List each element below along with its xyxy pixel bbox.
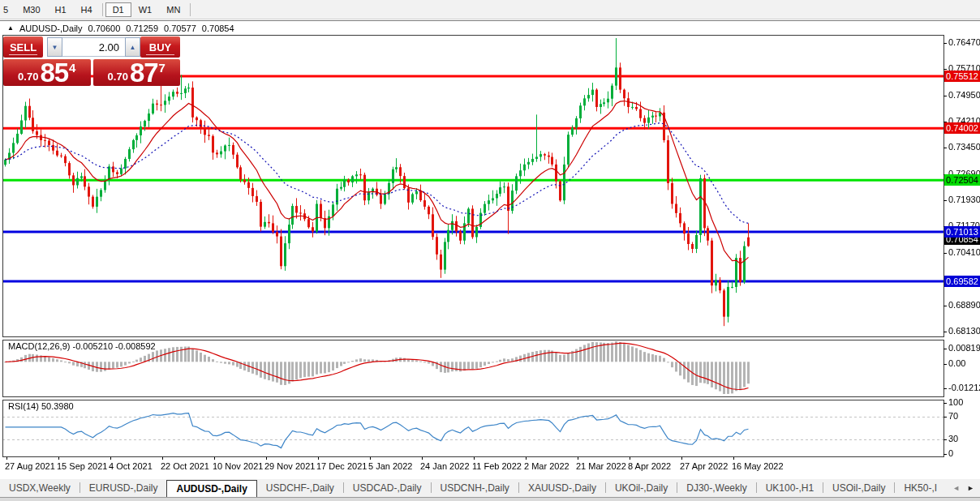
indicator-tick-label: 70 <box>948 411 958 421</box>
volume-decrease-icon[interactable]: ▼ <box>47 37 62 57</box>
price-level-badge: 0.69582 <box>944 276 980 287</box>
date-tick-label: 4 Oct 2021 <box>109 461 153 471</box>
chart-high-value: 0.71259 <box>126 24 158 33</box>
sell-price-prefix: 0.70 <box>18 71 38 83</box>
chart-tab-hk50i[interactable]: HK50-,I <box>895 480 946 497</box>
buy-price-display[interactable]: 0.70 87 7 <box>93 59 181 86</box>
indicator-tick-label: 0.008197 <box>948 343 980 353</box>
date-tick-label: 5 Jan 2022 <box>368 461 412 471</box>
toolbar-separator <box>190 3 191 16</box>
chart-close-value: 0.70854 <box>202 24 234 33</box>
price-tick-label: 0.74950 <box>948 90 980 100</box>
volume-stepper: ▼ 2.00 ▲ <box>47 37 140 57</box>
date-tick-label: 10 Nov 2021 <box>213 461 263 471</box>
date-tick-label: 8 Apr 2022 <box>628 461 671 471</box>
timeframe-button-d1[interactable]: D1 <box>105 2 131 17</box>
date-tick-label: 22 Oct 2021 <box>161 461 209 471</box>
chart-title-row: ▲ AUDUSD-,Daily 0.70600 0.71259 0.70577 … <box>7 24 234 33</box>
date-tick-label: 24 Jan 2022 <box>420 461 470 471</box>
chart-tab-ukoildaily[interactable]: UKOil-,Daily <box>606 480 677 497</box>
timeframe-button-5[interactable]: 5 <box>0 2 15 17</box>
price-level-badge: 0.71013 <box>944 226 980 238</box>
one-click-trade-panel: SELL ▼ 2.00 ▲ BUY 0.70 85 4 0.70 87 7 <box>3 36 180 86</box>
chart-tab-dj30weekly[interactable]: DJ30-,Weekly <box>677 480 755 497</box>
timeframe-button-w1[interactable]: W1 <box>131 2 160 17</box>
chart-tab-xauusddaily[interactable]: XAUUSD-,Daily <box>519 480 605 497</box>
chart-tab-usdcaddaily[interactable]: USDCAD-,Daily <box>344 480 431 497</box>
macd-indicator-label: MACD(12,26,9) -0.005210 -0.008592 <box>8 341 156 351</box>
chart-tab-uk100h1[interactable]: UK100-,H1 <box>757 480 823 497</box>
chart-tabs: USDX,WeeklyEURUSD-,DailyAUDUSD-,DailyUSD… <box>0 479 949 497</box>
price-tick-label: 0.76470 <box>948 37 980 47</box>
indicator-tick-label: 0 <box>948 448 953 458</box>
date-tick-label: 27 Aug 2021 <box>5 461 55 471</box>
indicator-tick-label: 100 <box>948 397 963 407</box>
sell-price-big: 85 <box>40 61 68 85</box>
volume-field[interactable]: 2.00 <box>62 37 125 57</box>
price-level-badge: 0.74002 <box>944 122 980 134</box>
tabs-scroll-right-icon[interactable]: ► <box>967 484 974 492</box>
trading-terminal-window: 5M30H1H4D1W1MN ▲ AUDUSD-,Daily 0.70600 0… <box>0 0 980 501</box>
collapse-panel-icon[interactable]: ▲ <box>7 24 14 32</box>
price-tick-label: 0.71930 <box>948 195 980 204</box>
date-tick-label: 2 Mar 2022 <box>524 461 570 471</box>
date-tick-label: 29 Nov 2021 <box>264 461 315 471</box>
indicator-tick-label: 0.00 <box>948 358 965 368</box>
date-tick-label: 11 Feb 2022 <box>472 461 522 471</box>
price-tick-label: 0.68890 <box>948 300 980 310</box>
volume-increase-icon[interactable]: ▲ <box>125 37 140 57</box>
buy-price-pips: 7 <box>159 61 165 75</box>
chart-tab-usdchfdaily[interactable]: USDCHF-,Daily <box>257 480 343 497</box>
indicator-tick-label: -0.012121 <box>948 383 980 392</box>
date-tick-label: 15 Sep 2021 <box>57 461 107 471</box>
chart-tab-eurusddaily[interactable]: EURUSD-,Daily <box>80 480 167 497</box>
timeframe-toolbar: 5M30H1H4D1W1MN <box>0 0 980 19</box>
sell-price-pips: 4 <box>69 61 75 75</box>
chart-tab-bar: USDX,WeeklyEURUSD-,DailyAUDUSD-,DailyUSD… <box>0 479 980 498</box>
timeframe-button-h1[interactable]: H1 <box>48 2 74 17</box>
chart-window-top-border <box>0 20 980 21</box>
tabs-scroll-left-icon[interactable]: ◄ <box>952 484 960 492</box>
date-tick-label: 27 Apr 2022 <box>680 461 728 471</box>
sell-price-display[interactable]: 0.70 85 4 <box>3 59 91 86</box>
price-tick-label: 0.68130 <box>948 326 980 336</box>
toolbar-separator <box>102 3 103 16</box>
chart-symbol-label: AUDUSD-,Daily <box>19 24 83 33</box>
price-tick-label: 0.70410 <box>948 247 980 257</box>
buy-price-prefix: 0.70 <box>108 71 128 83</box>
indicator-tick-label: 30 <box>948 434 958 443</box>
chart-tab-usdxweekly[interactable]: USDX,Weekly <box>0 480 80 497</box>
window-bottom-strip <box>0 498 980 501</box>
buy-button[interactable]: BUY <box>140 36 180 58</box>
buy-price-big: 87 <box>130 61 158 85</box>
price-tick-label: 0.73450 <box>948 142 980 152</box>
chart-tab-audusddaily[interactable]: AUDUSD-,Daily <box>166 480 256 497</box>
timeframe-button-m30[interactable]: M30 <box>15 2 47 17</box>
date-tick-label: 21 Mar 2022 <box>576 461 626 471</box>
chart-tab-usoildaily[interactable]: USOil-,Daily <box>823 480 894 497</box>
date-tick-label: 16 May 2022 <box>732 461 784 471</box>
date-tick-label: 17 Dec 2021 <box>316 461 367 471</box>
chart-open-value: 0.70600 <box>88 24 121 33</box>
chart-low-value: 0.70577 <box>164 24 196 33</box>
tab-scroll-arrows: ◄ ► <box>949 484 980 497</box>
price-level-badge: 0.75512 <box>944 71 980 82</box>
sell-button[interactable]: SELL <box>3 36 43 58</box>
chart-tab-usdcnhdaily[interactable]: USDCNH-,Daily <box>432 480 518 497</box>
timeframe-button-h4[interactable]: H4 <box>74 2 100 17</box>
timeframe-button-mn[interactable]: MN <box>159 2 187 17</box>
rsi-indicator-label: RSI(14) 50.3980 <box>8 401 74 411</box>
price-level-badge: 0.72504 <box>944 174 980 186</box>
